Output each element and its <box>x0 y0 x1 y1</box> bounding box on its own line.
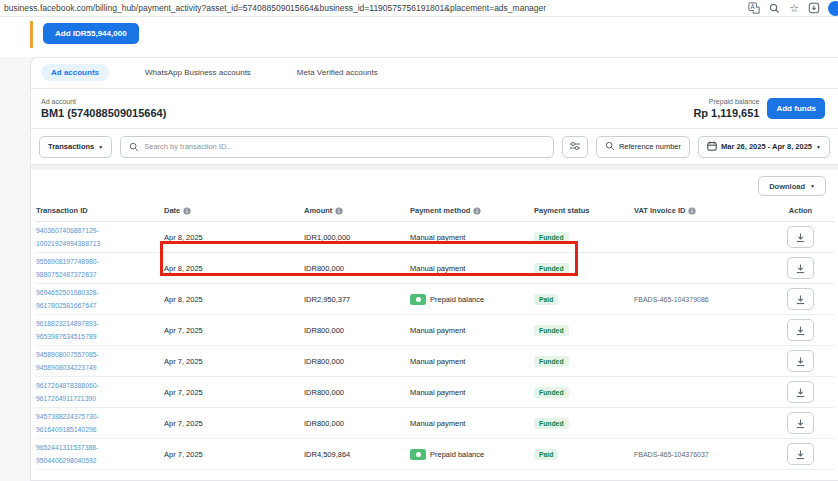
action-cell <box>766 257 835 279</box>
column-header-vat-invoice-id: VAT invoice ID <box>634 206 766 215</box>
transaction-id-link[interactable]: 9616409185140296 <box>36 425 96 434</box>
account-info: Ad account BM1 (574088509015664) <box>41 98 166 119</box>
url-text[interactable]: business.facebook.com/billing_hub/paymen… <box>4 3 546 13</box>
search-icon <box>605 141 615 153</box>
browser-address-bar: business.facebook.com/billing_hub/paymen… <box>0 0 838 17</box>
status-badge: Funded <box>534 232 569 243</box>
transactions-dropdown[interactable]: Transactions▼ <box>39 136 112 158</box>
add-amount-button[interactable]: Add IDR55,944,000 <box>43 23 139 44</box>
download-invoice-button[interactable] <box>787 257 814 279</box>
tab-whatsapp-business-accounts[interactable]: WhatsApp Business accounts <box>135 64 261 81</box>
status-badge: Funded <box>534 418 569 429</box>
status-badge: Funded <box>534 263 569 274</box>
date-range-picker[interactable]: Mar 26, 2025 - Apr 8, 2025▼ <box>698 136 830 158</box>
translate-icon[interactable]: A <box>748 2 760 14</box>
transaction-id-link[interactable]: 9458908007557085- <box>36 350 99 359</box>
chevron-down-icon: ▼ <box>98 144 103 150</box>
date-cell: Apr 7, 2025 <box>164 419 304 428</box>
info-icon[interactable] <box>688 207 696 215</box>
column-header-payment-method: Payment method <box>410 206 534 215</box>
transaction-id-link[interactable]: 9653987634515789 <box>36 332 96 341</box>
payment-method-cell: Manual payment <box>410 388 534 397</box>
download-dropdown[interactable]: Download▼ <box>758 176 826 196</box>
transaction-id-link[interactable]: 9880752487372837 <box>36 270 96 279</box>
transaction-id-cell: 9694652501680328-9617802581667647 <box>36 288 164 310</box>
account-type-tabs: Ad accountsWhatsApp Business accountsMet… <box>31 58 838 89</box>
download-invoice-button[interactable] <box>787 443 814 465</box>
filter-row: Transactions▼ Reference number Mar 26, 2… <box>31 129 838 165</box>
chevron-down-icon: ▼ <box>816 144 821 150</box>
transaction-id-link[interactable]: 9457388224375730- <box>36 412 99 421</box>
vat-invoice-cell: FBADS-465-104376037 <box>634 451 766 458</box>
status-badge: Funded <box>534 387 569 398</box>
account-summary-row: Ad account BM1 (574088509015664) Prepaid… <box>31 89 838 129</box>
transaction-id-link[interactable]: 9617264878388060- <box>36 381 99 390</box>
amount-cell: IDR800,000 <box>304 419 410 428</box>
info-icon[interactable] <box>335 207 343 215</box>
zoom-icon[interactable] <box>769 3 780 14</box>
sliders-icon <box>569 140 581 154</box>
tab-meta-verified-accounts[interactable]: Meta Verified accounts <box>287 64 388 81</box>
search-input[interactable] <box>144 142 545 151</box>
payment-status-cell: Paid <box>534 449 634 460</box>
tab-ad-accounts[interactable]: Ad accounts <box>41 64 109 81</box>
table-header-row: Transaction IDDateAmountPayment methodPa… <box>36 200 835 222</box>
bookmark-star-icon[interactable]: ☆ <box>789 3 799 14</box>
download-invoice-button[interactable] <box>787 381 814 403</box>
calendar-icon <box>707 141 717 153</box>
transaction-id-link[interactable]: 9556908197748980- <box>36 257 99 266</box>
transaction-id-link[interactable]: 9694652501680328- <box>36 288 99 297</box>
column-header-transaction-id: Transaction ID <box>36 206 164 215</box>
payment-method-cell: Manual payment <box>410 419 534 428</box>
add-funds-button[interactable]: Add funds <box>767 98 825 119</box>
transaction-id-link[interactable]: 10021924994388713 <box>36 239 100 248</box>
transaction-id-link[interactable]: 9617802581667647 <box>36 301 96 310</box>
download-invoice-button[interactable] <box>787 412 814 434</box>
vat-invoice-id[interactable]: FBADS-465-104376037 <box>634 451 709 458</box>
status-badge: Paid <box>534 294 558 305</box>
table-toolbar: Download▼ <box>31 170 838 200</box>
filter-settings-button[interactable] <box>562 136 588 158</box>
payment-status-cell: Funded <box>534 418 634 429</box>
transactions-table-body: 9403607406887129-10021924994388713Apr 8,… <box>31 222 838 481</box>
transaction-id-link[interactable]: 9617264911721390 <box>36 394 96 403</box>
payment-status-cell: Funded <box>534 263 634 274</box>
action-cell <box>766 443 835 465</box>
action-cell <box>766 288 835 310</box>
amount-cell: IDR800,000 <box>304 326 410 335</box>
table-row: 9458908007557085-9458908034223749Apr 7, … <box>36 346 835 377</box>
transaction-id-cell: 9458908007557085-9458908034223749 <box>36 350 164 372</box>
transaction-id-link[interactable]: 9504406298040592 <box>36 456 96 465</box>
status-badge: Funded <box>534 356 569 367</box>
transaction-id-link[interactable]: 9458908034223749 <box>36 363 96 372</box>
download-invoice-button[interactable] <box>787 319 814 341</box>
column-header-payment-status: Payment status <box>534 206 634 215</box>
prepaid-balance-label: Prepaid balance <box>693 98 759 105</box>
amount-cell: IDR800,000 <box>304 388 410 397</box>
transaction-id-cell: 9457388224375730-9616409185140296 <box>36 412 164 434</box>
prepaid-balance-icon <box>410 294 426 305</box>
vat-invoice-id[interactable]: FBADS-465-104379086 <box>634 296 709 303</box>
browser-downloads-icon[interactable] <box>808 2 820 14</box>
transaction-id-cell: 9617264878388060-9617264911721390 <box>36 381 164 403</box>
date-cell: Apr 8, 2025 <box>164 264 304 273</box>
transaction-id-link[interactable]: 9652441311537388- <box>36 443 98 452</box>
download-invoice-button[interactable] <box>787 226 814 248</box>
reference-number-button[interactable]: Reference number <box>596 136 690 158</box>
info-icon[interactable] <box>473 207 481 215</box>
payment-method-cell: Prepaid balance <box>410 294 534 305</box>
info-icon[interactable] <box>183 207 191 215</box>
transaction-id-link[interactable]: 9618823214897893- <box>36 319 99 328</box>
browser-toolbar-icons: A ☆ <box>748 2 834 14</box>
column-header-action: Action <box>766 206 835 215</box>
profile-avatar[interactable] <box>828 1 838 16</box>
table-row: 9617264878388060-9617264911721390Apr 7, … <box>36 377 835 408</box>
svg-text:A: A <box>751 3 756 10</box>
ad-account-name: BM1 (574088509015664) <box>41 107 166 119</box>
table-row: 9612680856322386- <box>36 470 835 481</box>
transaction-id-link[interactable]: 9403607406887129- <box>36 226 99 235</box>
date-cell: Apr 8, 2025 <box>164 295 304 304</box>
payment-method-cell: Manual payment <box>410 326 534 335</box>
download-invoice-button[interactable] <box>787 350 814 372</box>
download-invoice-button[interactable] <box>787 288 814 310</box>
